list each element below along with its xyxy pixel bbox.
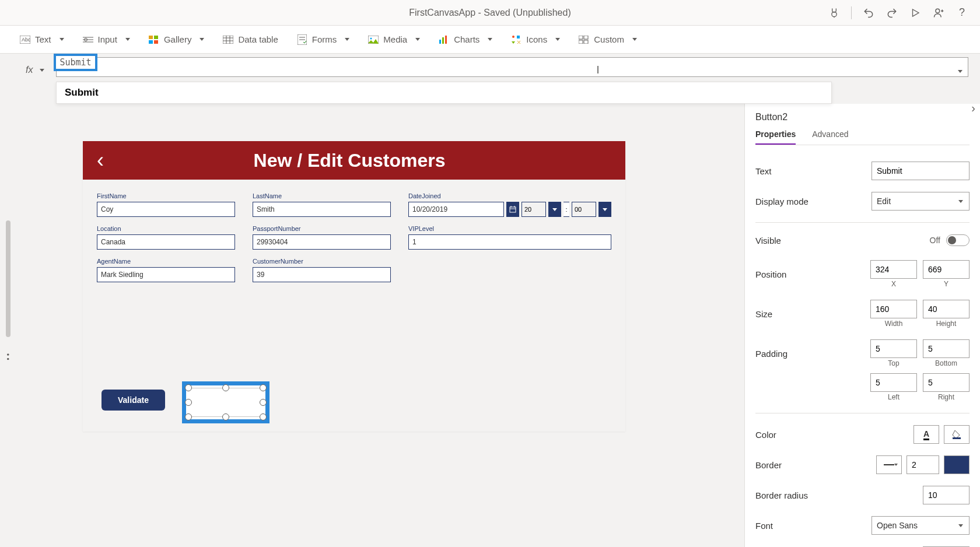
prop-label: Position (755, 269, 786, 279)
undo-icon[interactable] (862, 6, 875, 19)
text-icon: Abc (20, 34, 30, 45)
sub-label: Width (885, 320, 903, 328)
fx-label[interactable]: fx (20, 57, 50, 83)
ribbon-text[interactable]: Abc Text (20, 34, 64, 45)
sub-label: Top (888, 359, 899, 367)
date-input[interactable] (408, 202, 504, 217)
ribbon-datatable[interactable]: Data table (223, 34, 278, 45)
field-label: LastName (253, 189, 391, 199)
svg-rect-11 (149, 40, 153, 44)
ribbon-gallery[interactable]: Gallery (149, 34, 205, 45)
field-firstname: FirstName (97, 189, 235, 217)
properties-expand-icon[interactable]: › (971, 101, 975, 115)
share-icon[interactable] (932, 6, 945, 19)
hour-dropdown-icon[interactable] (548, 202, 561, 217)
selection-handles (186, 385, 265, 419)
visible-toggle[interactable] (946, 234, 970, 246)
resize-handle[interactable] (260, 384, 267, 391)
validate-button[interactable]: Validate (102, 390, 165, 411)
lastname-input[interactable] (253, 202, 391, 217)
height-input[interactable] (923, 300, 970, 318)
app-title: FirstCanvasApp - Saved (Unpublished) (409, 8, 570, 18)
prop-label: Color (755, 430, 776, 440)
border-controls (876, 455, 970, 474)
border-color-button[interactable] (944, 455, 970, 474)
resize-handle[interactable] (222, 384, 229, 391)
field-viplevel: VIPLevel (408, 222, 611, 250)
customernumber-input[interactable] (253, 267, 391, 282)
icons-icon (511, 34, 522, 45)
ribbon-custom[interactable]: Custom (579, 34, 637, 45)
padding-pair-2: Left Right (870, 373, 970, 401)
visible-toggle-wrap: Off (930, 234, 970, 246)
position-y-input[interactable] (923, 260, 970, 279)
padding-bottom-input[interactable] (923, 339, 970, 358)
text-input[interactable] (872, 162, 970, 180)
position-x-input[interactable] (870, 260, 917, 279)
ribbon-input[interactable]: Input (83, 34, 130, 45)
resize-handle[interactable] (185, 399, 192, 406)
ribbon-forms[interactable]: Forms (297, 34, 350, 45)
resize-handle[interactable] (260, 413, 267, 420)
resize-handle[interactable] (222, 413, 229, 420)
ribbon-media[interactable]: Media (368, 34, 420, 45)
ribbon-label: Charts (454, 34, 480, 44)
minute-dropdown-icon[interactable] (598, 202, 611, 217)
insert-ribbon: Abc Text Input Gallery Data table Forms … (0, 26, 980, 54)
app-checker-icon[interactable] (828, 6, 841, 19)
border-radius-input[interactable] (923, 486, 970, 504)
padding-top-input[interactable] (870, 339, 917, 358)
resize-handle[interactable] (260, 399, 267, 406)
selected-control-button2[interactable] (182, 381, 270, 423)
passport-input[interactable] (253, 234, 391, 250)
field-label: FirstName (97, 189, 235, 199)
displaymode-select[interactable]: Edit (872, 192, 970, 211)
prop-label: Border radius (755, 490, 808, 500)
field-lastname: LastName (253, 189, 391, 217)
fill-color-button[interactable] (944, 425, 970, 444)
ribbon-charts[interactable]: Charts (439, 34, 492, 45)
firstname-input[interactable] (97, 202, 235, 217)
play-icon[interactable] (909, 6, 922, 19)
svg-point-22 (370, 37, 372, 39)
formula-highlighted-text: Submit (54, 54, 97, 71)
formula-input[interactable] (56, 57, 968, 77)
border-style-select[interactable] (876, 455, 902, 474)
canvas-area[interactable]: ‹ New / Edit Customers FirstName LastNam… (0, 104, 744, 547)
prop-row-fontsize: Font size (755, 541, 970, 547)
screen-title: New / Edit Customers (88, 150, 611, 171)
location-input[interactable] (97, 234, 235, 250)
svg-rect-12 (154, 40, 158, 44)
agentname-input[interactable] (97, 267, 235, 282)
help-icon[interactable]: ? (956, 6, 968, 19)
ribbon-icons[interactable]: Icons (511, 34, 560, 45)
redo-icon[interactable] (886, 6, 898, 19)
calendar-icon[interactable] (506, 202, 519, 217)
properties-tabs: Properties Advanced (755, 129, 970, 145)
svg-rect-31 (584, 40, 588, 44)
svg-marker-1 (913, 9, 919, 16)
ribbon-label: Input (98, 34, 117, 44)
tab-properties[interactable]: Properties (755, 129, 796, 145)
font-color-button[interactable]: A (914, 425, 939, 444)
viplevel-input[interactable] (408, 234, 611, 250)
title-bar: FirstCanvasApp - Saved (Unpublished) ? (0, 0, 980, 26)
width-input[interactable] (870, 300, 917, 318)
resize-handle[interactable] (185, 413, 192, 420)
font-select[interactable]: Open Sans (872, 516, 970, 535)
tab-advanced[interactable]: Advanced (812, 129, 848, 145)
prop-label: Border (755, 460, 782, 470)
svg-point-2 (936, 9, 940, 13)
resize-handle[interactable] (185, 384, 192, 391)
prop-row-padding-1: Padding Top Bottom (755, 334, 970, 373)
formula-expand-icon[interactable] (958, 65, 963, 75)
sub-label: Bottom (935, 359, 957, 367)
padding-right-input[interactable] (923, 373, 970, 392)
formula-autocomplete-item[interactable]: Submit (56, 82, 832, 104)
padding-left-input[interactable] (870, 373, 917, 392)
charts-icon (439, 34, 449, 45)
selected-control-name: Button2 (755, 112, 970, 122)
properties-pane: Button2 Properties Advanced Text Display… (744, 104, 980, 547)
border-width-input[interactable] (907, 455, 939, 474)
sub-label: Y (944, 280, 949, 288)
